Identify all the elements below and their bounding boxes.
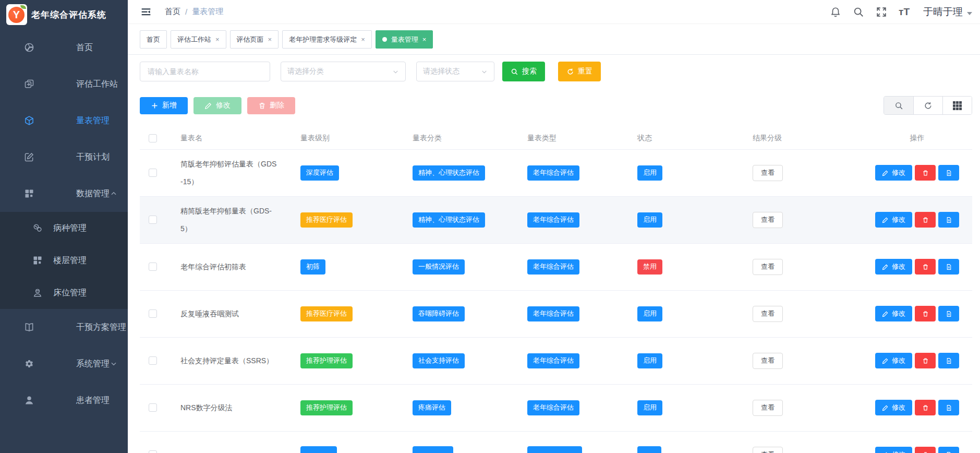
row-document-button[interactable] <box>938 212 959 228</box>
row-edit-button[interactable]: 修改 <box>875 165 912 181</box>
search-icon <box>894 101 903 110</box>
header-scale-name: 量表名 <box>180 127 300 149</box>
row-delete-button[interactable] <box>915 259 936 275</box>
category-select[interactable]: 请选择分类 <box>281 62 406 81</box>
row-edit-button[interactable]: 修改 <box>875 212 912 228</box>
font-size-icon[interactable]: тT <box>899 6 910 18</box>
close-icon[interactable]: × <box>215 36 220 43</box>
table-row: 查看 修改 <box>140 431 972 453</box>
sidebar-item-disease-management[interactable]: 病种管理 <box>0 212 128 244</box>
delete-button-label: 删除 <box>270 101 284 110</box>
edit-button-label: 修改 <box>216 101 231 110</box>
close-icon[interactable]: × <box>268 36 272 43</box>
sidebar-toggle-icon[interactable] <box>140 7 152 17</box>
sidebar-item-intervention-plan[interactable]: 干预计划 <box>0 139 128 175</box>
view-result-button[interactable]: 查看 <box>753 165 783 181</box>
view-result-button[interactable]: 查看 <box>753 447 783 453</box>
row-checkbox[interactable] <box>149 216 157 224</box>
tab-scale-management[interactable]: 量表管理 × <box>376 30 433 49</box>
sidebar-item-intervention-program[interactable]: 干预方案管理 <box>0 309 128 345</box>
view-result-button[interactable]: 查看 <box>753 400 783 416</box>
row-delete-button[interactable] <box>915 165 936 181</box>
bell-icon[interactable] <box>830 6 841 18</box>
select-all-checkbox[interactable] <box>149 134 157 142</box>
sidebar-item-home[interactable]: 首页 <box>0 29 128 66</box>
table-search-toggle-button[interactable] <box>884 97 913 114</box>
add-button[interactable]: 新增 <box>140 97 188 114</box>
row-delete-button[interactable] <box>915 306 936 321</box>
status-badge: 启用 <box>637 400 662 415</box>
close-icon[interactable]: × <box>361 36 365 43</box>
row-edit-button[interactable]: 修改 <box>875 259 912 275</box>
user-menu[interactable]: 于晴于理 <box>923 5 972 19</box>
row-checkbox[interactable] <box>149 450 157 453</box>
table-refresh-button[interactable] <box>913 97 942 114</box>
breadcrumb-home[interactable]: 首页 <box>165 7 180 17</box>
user-name: 于晴于理 <box>923 5 963 19</box>
tab-workstation[interactable]: 评估工作站 × <box>171 30 226 49</box>
sidebar-item-label: 量表管理 <box>76 115 110 126</box>
type-badge: 老年综合评估 <box>527 165 579 181</box>
row-edit-button[interactable]: 修改 <box>875 306 912 321</box>
scale-name: 精简版老年抑郁量表（GDS-5） <box>180 202 277 237</box>
sidebar-item-bed-management[interactable]: 床位管理 <box>0 277 128 309</box>
tab-label: 评估页面 <box>237 35 264 44</box>
row-edit-button[interactable]: 修改 <box>875 447 912 453</box>
row-checkbox[interactable] <box>149 169 157 177</box>
view-result-button[interactable]: 查看 <box>753 212 783 228</box>
header-scale-type: 量表类型 <box>527 127 637 149</box>
scale-name-input[interactable] <box>140 62 270 81</box>
delete-button[interactable]: 删除 <box>247 97 295 114</box>
sidebar-item-scale-management[interactable]: 量表管理 <box>0 102 128 139</box>
view-result-button[interactable]: 查看 <box>753 259 783 275</box>
sidebar-item-label: 干预计划 <box>76 152 110 163</box>
tab-nursing-need-grade[interactable]: 老年护理需求等级评定 × <box>282 30 372 49</box>
row-delete-button[interactable] <box>915 400 936 415</box>
reset-button[interactable]: 重置 <box>558 62 601 81</box>
edit-button[interactable]: 修改 <box>193 97 241 114</box>
dashboard-icon <box>24 42 34 53</box>
document-icon <box>946 357 952 364</box>
logo-bar: Y 老年综合评估系统 <box>0 0 128 29</box>
row-checkbox[interactable] <box>149 309 157 318</box>
view-result-button[interactable]: 查看 <box>753 306 783 322</box>
add-button-label: 新增 <box>162 101 177 110</box>
row-document-button[interactable] <box>938 400 959 415</box>
reset-button-label: 重置 <box>578 67 592 76</box>
level-badge: 深度评估 <box>300 165 339 181</box>
sidebar-item-floor-management[interactable]: 楼层管理 <box>0 244 128 277</box>
sidebar-item-data-management[interactable]: 数据管理 <box>0 175 128 212</box>
type-badge <box>527 446 582 453</box>
row-document-button[interactable] <box>938 353 959 368</box>
row-document-button[interactable] <box>938 259 959 275</box>
level-badge <box>300 446 337 453</box>
status-badge: 启用 <box>637 306 662 321</box>
row-document-button[interactable] <box>938 165 959 181</box>
row-delete-button[interactable] <box>915 447 936 453</box>
tab-assessment-page[interactable]: 评估页面 × <box>230 30 279 49</box>
document-icon <box>946 264 952 270</box>
row-document-button[interactable] <box>938 306 959 321</box>
sidebar-item-patient-management[interactable]: 患者管理 <box>0 382 128 419</box>
view-result-button[interactable]: 查看 <box>753 353 783 369</box>
fullscreen-icon[interactable] <box>876 6 887 18</box>
tab-home[interactable]: 首页 <box>140 30 167 49</box>
sidebar-submenu-data: 病种管理 楼层管理 床位管理 <box>0 212 128 309</box>
close-icon[interactable]: × <box>422 36 427 43</box>
row-checkbox[interactable] <box>149 356 157 365</box>
row-checkbox[interactable] <box>149 263 157 271</box>
row-delete-button[interactable] <box>915 212 936 228</box>
sidebar-item-label: 系统管理 <box>76 359 110 369</box>
row-edit-button[interactable]: 修改 <box>875 400 912 415</box>
search-button[interactable]: 搜索 <box>502 62 545 81</box>
table-columns-button[interactable] <box>942 97 972 114</box>
sidebar-item-system-management[interactable]: 系统管理 <box>0 345 128 382</box>
row-delete-button[interactable] <box>915 353 936 368</box>
row-checkbox[interactable] <box>149 403 157 412</box>
row-document-button[interactable] <box>938 447 959 453</box>
sidebar-item-workstation[interactable]: 评估工作站 <box>0 66 128 102</box>
status-select[interactable]: 请选择状态 <box>416 62 494 81</box>
row-edit-button[interactable]: 修改 <box>875 353 912 368</box>
status-badge: 启用 <box>637 353 662 368</box>
search-icon[interactable] <box>853 6 864 18</box>
